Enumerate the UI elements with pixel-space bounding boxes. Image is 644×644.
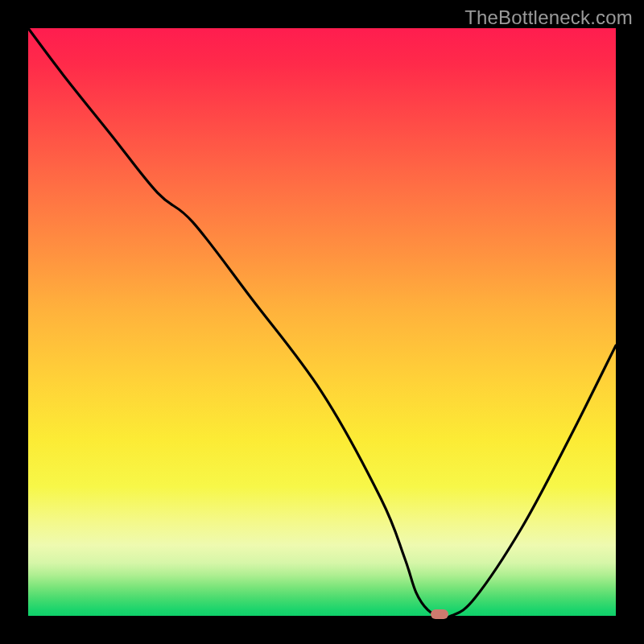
bottleneck-curve (28, 28, 616, 616)
optimal-marker (431, 609, 448, 619)
plot-area (28, 28, 616, 616)
chart-frame: TheBottleneck.com (0, 0, 644, 644)
watermark-text: TheBottleneck.com (464, 6, 633, 29)
